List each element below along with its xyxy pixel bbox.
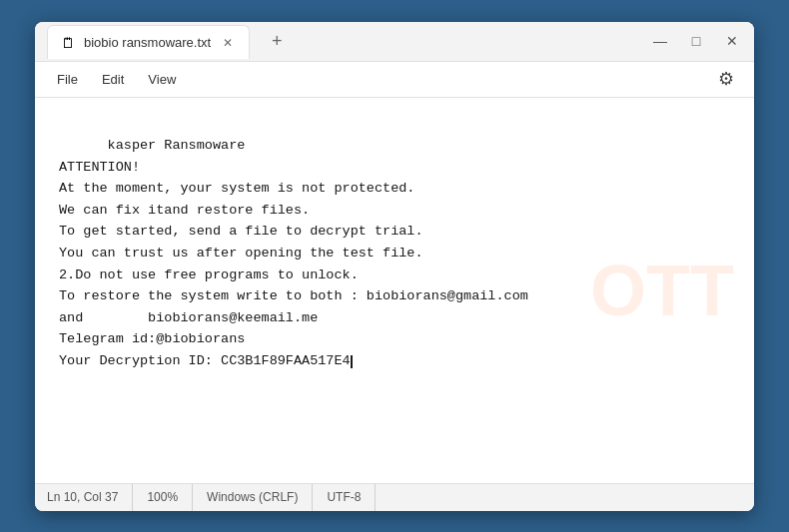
line-8: To restore the system write to both : bi… xyxy=(59,288,528,303)
close-button[interactable]: ✕ xyxy=(722,31,742,51)
cursor-position: Ln 10, Col 37 xyxy=(47,484,133,511)
line-7: 2.Do not use free programs to unlock. xyxy=(59,267,359,282)
text-content: kasper Ransmoware ATTENTION! At the mome… xyxy=(59,114,730,394)
zoom-level: 100% xyxy=(133,484,193,511)
line-9: and biobiorans@keemail.me xyxy=(59,310,318,325)
line-10: Telegram id:@biobiorans xyxy=(59,331,245,346)
window-controls: — □ ✕ xyxy=(650,31,742,51)
statusbar: Ln 10, Col 37 100% Windows (CRLF) UTF-8 xyxy=(35,483,754,511)
file-icon: 🗒 xyxy=(60,35,76,51)
menubar: File Edit View ⚙ xyxy=(35,62,754,98)
line-5: To get started, send a file to decrypt t… xyxy=(59,224,423,239)
line-2: ATTENTION! xyxy=(59,160,140,175)
text-cursor xyxy=(351,355,353,369)
notepad-window: 🗒 biobio ransmoware.txt ✕ + — □ ✕ File E… xyxy=(35,22,754,511)
tab-close-button[interactable]: ✕ xyxy=(219,34,237,52)
minimize-button[interactable]: — xyxy=(650,31,670,51)
tab-title: biobio ransmoware.txt xyxy=(84,35,211,50)
line-1: kasper Ransmoware xyxy=(108,138,246,153)
menu-file[interactable]: File xyxy=(47,68,88,91)
settings-icon[interactable]: ⚙ xyxy=(710,64,742,94)
tab-active[interactable]: 🗒 biobio ransmoware.txt ✕ xyxy=(47,25,250,59)
line-6: You can trust us after opening the test … xyxy=(59,246,423,261)
line-11: Your Decryption ID: CC3B1F89FAA517E4 xyxy=(59,353,351,368)
titlebar: 🗒 biobio ransmoware.txt ✕ + — □ ✕ xyxy=(35,22,754,62)
text-editor[interactable]: OTT kasper Ransmoware ATTENTION! At the … xyxy=(35,98,754,483)
line-ending: Windows (CRLF) xyxy=(193,484,313,511)
line-4: We can fix itand restore files. xyxy=(59,203,310,218)
line-3: At the moment, your system is not protec… xyxy=(59,181,414,196)
maximize-button[interactable]: □ xyxy=(686,31,706,51)
new-tab-button[interactable]: + xyxy=(262,26,292,56)
menu-view[interactable]: View xyxy=(138,68,186,91)
encoding: UTF-8 xyxy=(313,484,376,511)
menu-edit[interactable]: Edit xyxy=(92,68,134,91)
